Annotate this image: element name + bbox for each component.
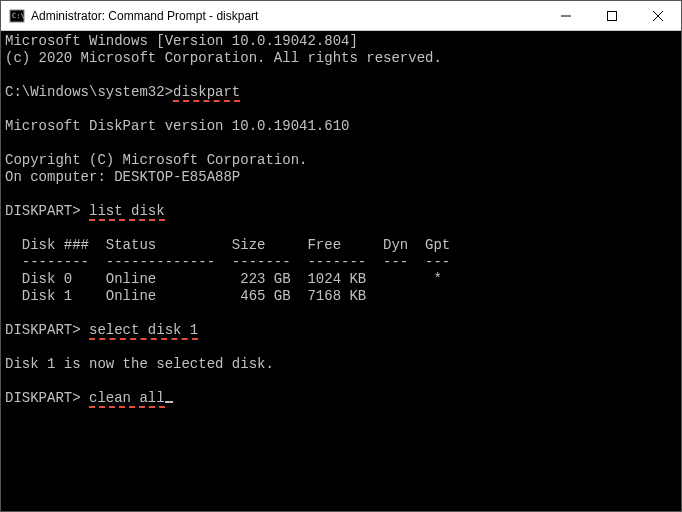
window-title: Administrator: Command Prompt - diskpart [31, 9, 258, 23]
table-sep: -------- ------------- ------- ------- -… [5, 254, 450, 270]
cmd-select-disk: select disk 1 [89, 322, 198, 340]
svg-rect-3 [608, 11, 617, 20]
prompt-diskpart-2: DISKPART> [5, 322, 89, 338]
cmd-diskpart: diskpart [173, 84, 240, 102]
titlebar: C:\ Administrator: Command Prompt - disk… [1, 1, 681, 31]
prompt-diskpart-1: DISKPART> [5, 203, 89, 219]
line-version: Microsoft Windows [Version 10.0.19042.80… [5, 33, 358, 49]
cmd-icon: C:\ [9, 8, 25, 24]
table-row: Disk 1 Online 465 GB 7168 KB [5, 288, 366, 304]
command-prompt-window: C:\ Administrator: Command Prompt - disk… [0, 0, 682, 512]
minimize-button[interactable] [543, 1, 589, 31]
cmd-list-disk: list disk [89, 203, 165, 221]
terminal-output[interactable]: Microsoft Windows [Version 10.0.19042.80… [1, 31, 681, 511]
table-header: Disk ### Status Size Free Dyn Gpt [5, 237, 450, 253]
cursor [165, 401, 173, 403]
line-copyright: (c) 2020 Microsoft Corporation. All righ… [5, 50, 442, 66]
prompt-c: C:\Windows\system32> [5, 84, 173, 100]
line-dp-computer: On computer: DESKTOP-E85A88P [5, 169, 240, 185]
close-button[interactable] [635, 1, 681, 31]
svg-text:C:\: C:\ [12, 12, 25, 20]
prompt-diskpart-3: DISKPART> [5, 390, 89, 406]
line-dp-copyright: Copyright (C) Microsoft Corporation. [5, 152, 307, 168]
line-selected-msg: Disk 1 is now the selected disk. [5, 356, 274, 372]
line-dp-version: Microsoft DiskPart version 10.0.19041.61… [5, 118, 349, 134]
table-row: Disk 0 Online 223 GB 1024 KB * [5, 271, 442, 287]
maximize-button[interactable] [589, 1, 635, 31]
cmd-clean-all: clean all [89, 390, 165, 408]
